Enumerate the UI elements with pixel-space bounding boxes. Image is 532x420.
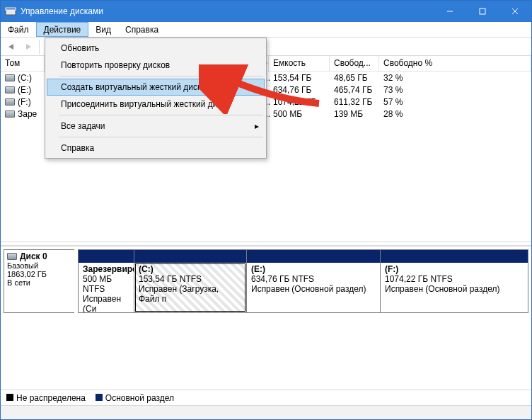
disk-icon <box>7 253 17 260</box>
col-volume[interactable]: Том <box>1 56 45 71</box>
part-state: Исправен (Основной раздел) <box>385 284 524 294</box>
cell-vol: (C:) <box>18 73 32 83</box>
partition[interactable]: (F:) 1074,22 ГБ NTFS Исправен (Основной … <box>380 249 528 313</box>
cell-cap: 1074,22 ГБ <box>269 97 330 107</box>
close-button[interactable] <box>499 1 531 22</box>
menu-view[interactable]: Вид <box>88 22 118 37</box>
menu-separator <box>59 137 263 137</box>
cell-cap: 153,54 ГБ <box>269 73 330 83</box>
cell-pct: 73 % <box>379 85 531 95</box>
legend-unallocated: Не распределена <box>6 393 86 403</box>
cell-pct: 57 % <box>379 97 531 107</box>
nav-back-button[interactable] <box>4 39 19 55</box>
nav-forward-button[interactable] <box>21 39 36 55</box>
cell-vol: Заре <box>18 109 37 119</box>
disk-type: Базовый <box>7 261 71 270</box>
titlebar: Управление дисками <box>1 1 531 22</box>
legend: Не распределена Основной раздел <box>1 390 531 405</box>
col-pct[interactable]: Свободно % <box>379 56 531 71</box>
col-capacity[interactable]: Емкость <box>269 56 330 71</box>
menu-file[interactable]: Файл <box>1 22 36 37</box>
part-size: 500 МБ NTFS <box>83 274 129 294</box>
partition[interactable]: (E:) 634,76 ГБ NTFS Исправен (Основной р… <box>246 249 381 313</box>
partition[interactable]: Зарезервиро 500 МБ NTFS Исправен (Си <box>78 249 134 313</box>
part-name: (C:) <box>139 264 242 274</box>
cell-pct: 32 % <box>379 73 531 83</box>
maximize-button[interactable] <box>466 1 499 22</box>
cell-free: 611,32 ГБ <box>330 97 379 107</box>
disk-label[interactable]: Диск 0 Базовый 1863,02 ГБ В сети <box>4 249 74 313</box>
menu-separator <box>59 76 263 76</box>
part-name: (F:) <box>385 264 524 274</box>
part-size: 153,54 ГБ NTFS <box>139 274 242 284</box>
disk-row: Диск 0 Базовый 1863,02 ГБ В сети Зарезер… <box>4 249 528 313</box>
toolbar-separator <box>39 40 40 54</box>
part-size: 1074,22 ГБ NTFS <box>385 274 524 284</box>
drive-icon <box>5 98 15 106</box>
disk-name: Диск 0 <box>20 251 47 261</box>
drive-icon <box>5 110 15 118</box>
col-free[interactable]: Свобод... <box>330 56 379 71</box>
menu-help[interactable]: Справка <box>118 22 166 37</box>
chevron-right-icon: ▸ <box>255 121 259 131</box>
partition-selected[interactable]: (C:) 153,54 ГБ NTFS Исправен (Загрузка, … <box>134 249 247 313</box>
cell-free: 465,74 ГБ <box>330 85 379 95</box>
menu-all-tasks[interactable]: Все задачи▸ <box>47 118 265 135</box>
minimize-button[interactable] <box>434 1 466 22</box>
part-state: Исправен (Загрузка, Файл п <box>139 284 242 304</box>
svg-rect-1 <box>6 8 16 10</box>
part-name: (E:) <box>251 264 376 274</box>
menu-action[interactable]: Действие <box>36 22 89 37</box>
svg-rect-3 <box>480 8 485 14</box>
menu-attach-vhd[interactable]: Присоединить виртуальный жесткий диск <box>47 96 265 113</box>
disk-map: Диск 0 Базовый 1863,02 ГБ В сети Зарезер… <box>1 246 531 390</box>
drive-icon <box>5 74 15 81</box>
cell-free: 48,65 ГБ <box>330 73 379 83</box>
menu-separator <box>59 115 263 115</box>
disk-size: 1863,02 ГБ <box>7 270 71 278</box>
legend-primary: Основной раздел <box>96 393 174 403</box>
part-name: Зарезервиро <box>83 264 129 274</box>
menu-refresh[interactable]: Обновить <box>47 40 265 57</box>
part-state: Исправен (Си <box>83 294 129 312</box>
menubar: Файл Действие Вид Справка <box>1 22 531 38</box>
cell-pct: 28 % <box>379 109 531 119</box>
cell-cap: 634,76 ГБ <box>269 85 330 95</box>
menu-help2[interactable]: Справка <box>47 140 265 157</box>
cell-free: 139 МБ <box>330 109 379 119</box>
cell-cap: 500 МБ <box>269 109 330 119</box>
menu-rescan[interactable]: Повторить проверку дисков <box>47 57 265 74</box>
window-title: Управление дисками <box>21 6 434 16</box>
cell-vol: (E:) <box>18 85 31 95</box>
menu-create-vhd[interactable]: Создать виртуальный жесткий диск <box>47 79 265 96</box>
disk-status: В сети <box>7 278 71 287</box>
app-icon <box>5 6 16 17</box>
cell-vol: (F:) <box>18 97 31 107</box>
part-state: Исправен (Основной раздел) <box>251 284 376 294</box>
action-menu-dropdown: Обновить Повторить проверку дисков Созда… <box>45 38 267 159</box>
part-size: 634,76 ГБ NTFS <box>251 274 376 284</box>
statusbar <box>1 405 531 419</box>
drive-icon <box>5 86 15 93</box>
